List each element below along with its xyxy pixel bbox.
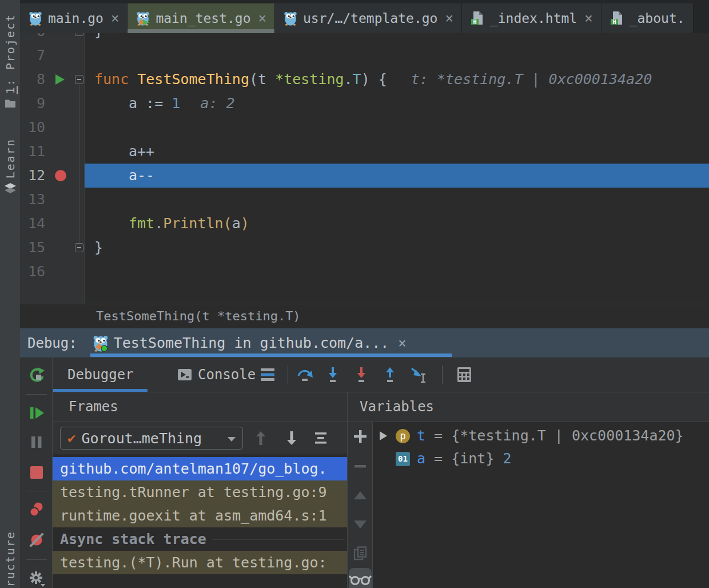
evaluate-expression-button[interactable] [456, 366, 473, 383]
line-number[interactable]: 6 [20, 33, 45, 43]
variables-list: pt = {*testing.T | 0xc000134a20}01a = {i… [373, 422, 709, 588]
tab-bar: main.go×main_test.go×usr/…/template.go×H… [20, 0, 709, 33]
hide-library-frames-button[interactable] [313, 430, 329, 446]
line-number[interactable]: 15 [20, 236, 45, 260]
editor-line-16[interactable]: 16 [20, 260, 709, 284]
line-number[interactable]: 10 [20, 116, 45, 140]
resume-button[interactable] [28, 404, 45, 422]
next-frame-button[interactable] [284, 430, 300, 446]
debug-session-active-underline [90, 353, 452, 357]
tab-close-icon[interactable]: × [584, 11, 592, 25]
debug-panels: Frames ✔ Gorout…meThing github.com/antel… [53, 392, 709, 588]
step-into-button[interactable] [324, 366, 341, 383]
tab-close-icon[interactable]: × [445, 11, 453, 25]
rerun-button[interactable] [28, 367, 45, 384]
editor-tab-main.go[interactable]: main.go× [20, 3, 128, 33]
token: a-- [129, 167, 154, 184]
add-watch-button[interactable] [352, 428, 368, 444]
editor-line-9[interactable]: 9a := 1a: 2 [20, 92, 709, 116]
stripe-item-project[interactable]: 1: Project [0, 14, 20, 108]
stripe-item-structure[interactable]: Structure [0, 531, 20, 588]
layout-settings-button[interactable] [259, 366, 276, 383]
editor-line-15[interactable]: 15} [20, 236, 709, 260]
tab-close-icon[interactable]: × [258, 11, 266, 25]
goroutine-selector[interactable]: ✔ Gorout…meThing [60, 427, 243, 450]
breakpoint-icon[interactable] [55, 170, 66, 181]
line-number[interactable]: 8 [20, 67, 45, 92]
editor-tab-_index.html[interactable]: H_index.html× [462, 3, 602, 33]
line-number[interactable]: 12 [20, 164, 45, 188]
duplicate-watch-button[interactable] [352, 546, 368, 562]
variable-name: a [417, 450, 425, 467]
variable-row[interactable]: 01a = {int} 2 [373, 447, 709, 470]
fold-marker-icon[interactable] [75, 33, 83, 36]
go-test-debug-icon [92, 335, 109, 352]
editor-tab-_about.[interactable]: H_about. [602, 3, 694, 33]
editor-line-8[interactable]: 8func TestSomeThing(t *testing.T) {t: *t… [20, 67, 709, 92]
line-number[interactable]: 13 [20, 188, 45, 212]
line-number[interactable]: 7 [20, 43, 45, 67]
frame-row[interactable]: runtime.goexit at asm_amd64.s:1 [53, 504, 347, 527]
main-area: main.go×main_test.go×usr/…/template.go×H… [20, 0, 709, 588]
move-up-button[interactable] [352, 487, 368, 503]
step-out-button[interactable] [381, 366, 399, 383]
glasses-icon [349, 573, 372, 587]
code-text[interactable]: } [85, 236, 709, 260]
stop-button[interactable] [28, 464, 45, 481]
pause-button[interactable] [28, 434, 45, 451]
code-text[interactable]: a-- [85, 164, 709, 188]
fold-marker-icon[interactable] [75, 243, 83, 252]
token: } [94, 239, 103, 256]
debugger-settings-button[interactable] [28, 570, 45, 587]
expand-arrow-icon[interactable] [380, 431, 387, 440]
code-text[interactable]: a := 1a: 2 [85, 92, 709, 116]
editor-line-6[interactable]: 6} [20, 33, 709, 43]
token: TestSomeThing [137, 71, 249, 88]
editor-tab-usrtemplate.go[interactable]: usr/…/template.go× [275, 3, 462, 33]
previous-frame-button[interactable] [253, 430, 269, 446]
go-gopher-icon [136, 11, 150, 26]
breadcrumb[interactable]: TestSomeThing(t *testing.T) [20, 304, 709, 328]
move-down-button[interactable] [352, 517, 368, 533]
editor-line-10[interactable]: 10 [20, 116, 709, 140]
line-number[interactable]: 9 [20, 92, 45, 116]
code-editor[interactable]: 6}78func TestSomeThing(t *testing.T) {t:… [20, 33, 709, 304]
editor-line-11[interactable]: 11a++ [20, 140, 709, 164]
step-over-button[interactable] [296, 366, 313, 383]
fold-marker-icon[interactable] [75, 75, 83, 84]
debug-label: Debug: [27, 335, 77, 351]
token: . [154, 215, 163, 232]
run-to-cursor-button[interactable] [410, 366, 427, 383]
code-text[interactable]: func TestSomeThing(t *testing.T) {t: *te… [85, 67, 709, 92]
go-gopher-icon [283, 11, 298, 26]
mute-breakpoints-button[interactable] [28, 531, 45, 549]
tab-console[interactable]: Console [177, 357, 256, 392]
close-icon[interactable]: × [398, 335, 406, 351]
code-text[interactable]: fmt.Println(a) [85, 212, 709, 236]
stripe-item-learn[interactable]: Learn [0, 138, 20, 193]
line-number[interactable]: 11 [20, 140, 45, 164]
frame-row[interactable]: testing.tRunner at testing.go:9 [53, 480, 347, 504]
line-number[interactable]: 14 [20, 212, 45, 236]
editor-line-12[interactable]: 12a-- [20, 164, 709, 188]
tab-debugger[interactable]: Debugger [67, 357, 134, 392]
editor-line-14[interactable]: 14fmt.Println(a) [20, 212, 709, 236]
frame-row[interactable]: github.com/antelman107/go_blog. [53, 457, 347, 480]
variable-row[interactable]: pt = {*testing.T | 0xc000134a20} [373, 424, 709, 447]
editor-line-13[interactable]: 13 [20, 188, 709, 212]
line-number[interactable]: 16 [20, 260, 45, 284]
force-step-into-button[interactable] [353, 366, 370, 383]
editor-line-7[interactable]: 7 [20, 43, 709, 67]
tab-close-icon[interactable]: × [111, 11, 119, 25]
editor-tab-main_test.go[interactable]: main_test.go× [128, 3, 275, 33]
show-watches-button[interactable] [349, 568, 372, 588]
run-test-icon[interactable] [55, 74, 65, 85]
debug-tab-label: Debugger [67, 367, 134, 383]
code-text[interactable]: } [85, 33, 709, 43]
variable-name: t [417, 427, 425, 444]
tab-label: usr/…/template.go [303, 11, 437, 26]
view-breakpoints-button[interactable] [28, 501, 45, 518]
remove-watch-button[interactable] [352, 458, 368, 474]
frame-row[interactable]: testing.(*T).Run at testing.go: [53, 551, 347, 574]
code-text[interactable]: a++ [85, 140, 709, 164]
